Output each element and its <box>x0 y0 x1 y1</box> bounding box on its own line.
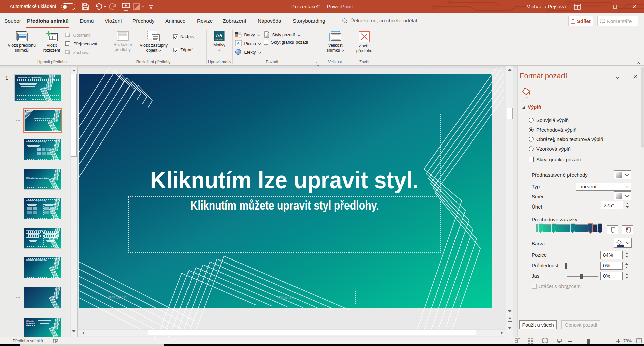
svg-text:Aa: Aa <box>216 32 222 38</box>
svg-text:A: A <box>236 41 240 46</box>
